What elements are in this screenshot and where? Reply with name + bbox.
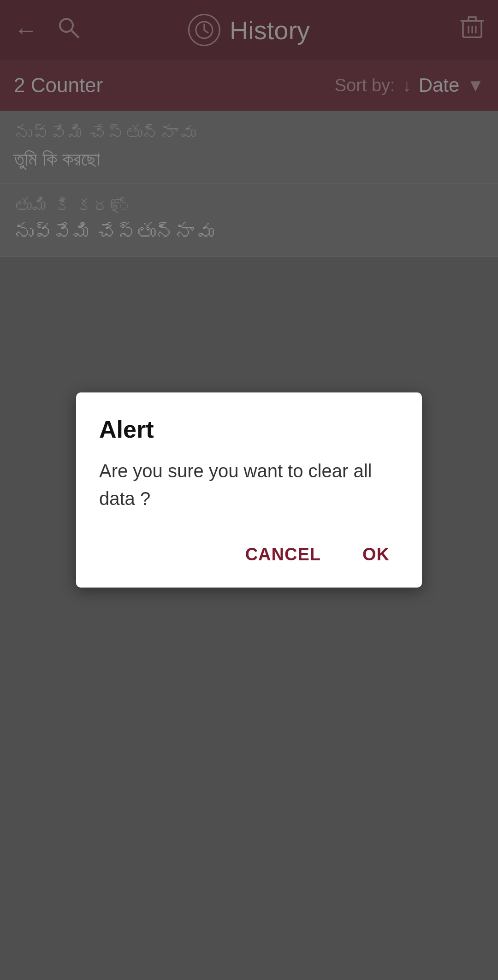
dialog-message: Are you sure you want to clear all data … <box>99 457 399 512</box>
cancel-button[interactable]: CANCEL <box>236 540 330 569</box>
ok-button[interactable]: OK <box>353 540 399 569</box>
dialog-actions: CANCEL OK <box>99 540 399 569</box>
alert-dialog: Alert Are you sure you want to clear all… <box>76 392 422 588</box>
dialog-overlay: Alert Are you sure you want to clear all… <box>0 0 498 980</box>
dialog-title: Alert <box>99 416 399 443</box>
